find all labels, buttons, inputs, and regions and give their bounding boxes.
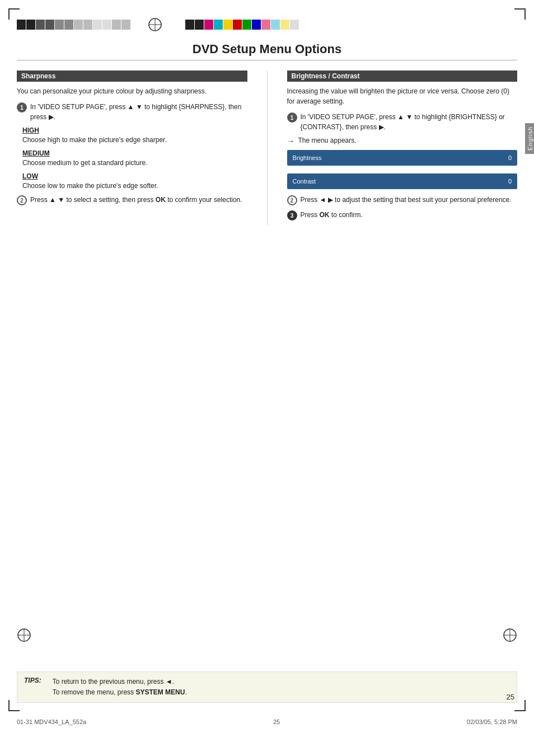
option-medium: MEDIUM Choose medium to get a standard p… <box>22 149 247 168</box>
sharpness-section: Sharpness You can personalize your pictu… <box>17 71 253 225</box>
bottom-left-text: 01-31 MDV434_LA_552a <box>17 719 86 725</box>
tips-line1: To return to the previous menu, press ◄. <box>53 677 187 687</box>
menu-appears-text: The menu appears. <box>298 137 357 144</box>
tips-box: TIPS: To return to the previous menu, pr… <box>17 672 517 703</box>
brightness-contrast-section: Brightness / Contrast Increasing the val… <box>282 71 518 225</box>
bottom-right-text: 02/03/05, 5:28 PM <box>467 719 517 725</box>
bc-step2-num: 2 <box>287 195 297 205</box>
step2-num: 2 <box>17 195 27 205</box>
option-medium-title: MEDIUM <box>22 149 247 157</box>
brightness-step2: 2 Press ◄ ▶ to adjust the setting that b… <box>287 195 518 205</box>
brightness-menu-mockup: Brightness 0 <box>287 150 518 166</box>
color-bar-right <box>185 20 299 30</box>
menu-appears-note: → The menu appears. <box>287 137 518 145</box>
brightness-step3-text: Press OK to confirm. <box>301 210 363 220</box>
bottom-bar: 01-31 MDV434_LA_552a 25 02/03/05, 5:28 P… <box>17 719 517 725</box>
brightness-row: Brightness 0 <box>293 153 512 162</box>
main-content: DVD Setup Menu Options Sharpness You can… <box>17 42 517 706</box>
sharpness-header: Sharpness <box>17 71 247 82</box>
contrast-row: Contrast 0 <box>293 177 512 186</box>
brightness-contrast-intro: Increasing the value will brighten the p… <box>287 86 518 106</box>
contrast-menu-mockup: Contrast 0 <box>287 173 518 189</box>
content-columns: Sharpness You can personalize your pictu… <box>17 71 517 225</box>
page-number: 25 <box>507 693 514 701</box>
top-decorative-bar <box>0 17 534 32</box>
column-divider <box>267 71 268 225</box>
brightness-label: Brightness <box>293 154 322 161</box>
tips-content: To return to the previous menu, press ◄.… <box>53 677 187 698</box>
option-high-title: HIGH <box>22 126 247 134</box>
bottom-left-compass-icon <box>17 628 31 644</box>
tips-system-menu-bold: SYSTEM MENU <box>135 688 185 696</box>
tips-label: TIPS: <box>24 677 41 684</box>
contrast-label: Contrast <box>293 178 316 185</box>
sharpness-intro: You can personalize your picture colour … <box>17 86 247 96</box>
option-medium-text: Choose medium to get a standard picture. <box>22 158 247 168</box>
brightness-step1-text: In 'VIDEO SETUP PAGE', press ▲ ▼ to high… <box>301 112 518 132</box>
option-low: LOW Choose low to make the picture's edg… <box>22 172 247 191</box>
bc-step3-num: 3 <box>287 210 297 220</box>
brightness-step2-text: Press ◄ ▶ to adjust the setting that bes… <box>301 195 512 205</box>
option-high-text: Choose high to make the picture's edge s… <box>22 135 247 145</box>
arrow-icon: → <box>287 137 295 145</box>
bc-step1-num: 1 <box>287 112 297 123</box>
sharpness-step1: 1 In 'VIDEO SETUP PAGE', press ▲ ▼ to hi… <box>17 102 247 122</box>
sharpness-step2: 2 Press ▲ ▼ to select a setting, then pr… <box>17 195 247 205</box>
page-title: DVD Setup Menu Options <box>17 42 517 60</box>
sharpness-step2-text: Press ▲ ▼ to select a setting, then pres… <box>30 195 242 205</box>
contrast-value: 0 <box>508 178 512 185</box>
bottom-center-text: 25 <box>273 719 280 725</box>
tips-line2: To remove the menu, press SYSTEM MENU. <box>53 687 187 698</box>
color-bar-left <box>17 20 130 30</box>
sharpness-step1-text: In 'VIDEO SETUP PAGE', press ▲ ▼ to high… <box>30 102 247 122</box>
brightness-step1: 1 In 'VIDEO SETUP PAGE', press ▲ ▼ to hi… <box>287 112 518 132</box>
bottom-right-compass-icon <box>503 628 517 644</box>
option-high: HIGH Choose high to make the picture's e… <box>22 126 247 145</box>
step1-num: 1 <box>17 102 27 112</box>
brightness-value: 0 <box>508 154 512 161</box>
brightness-contrast-header: Brightness / Contrast <box>287 71 518 82</box>
brightness-step3: 3 Press OK to confirm. <box>287 210 518 220</box>
english-language-tab: English <box>525 123 534 154</box>
option-low-text: Choose low to make the picture's edge so… <box>22 181 247 191</box>
option-low-title: LOW <box>22 172 247 180</box>
center-compass-icon <box>147 17 163 32</box>
